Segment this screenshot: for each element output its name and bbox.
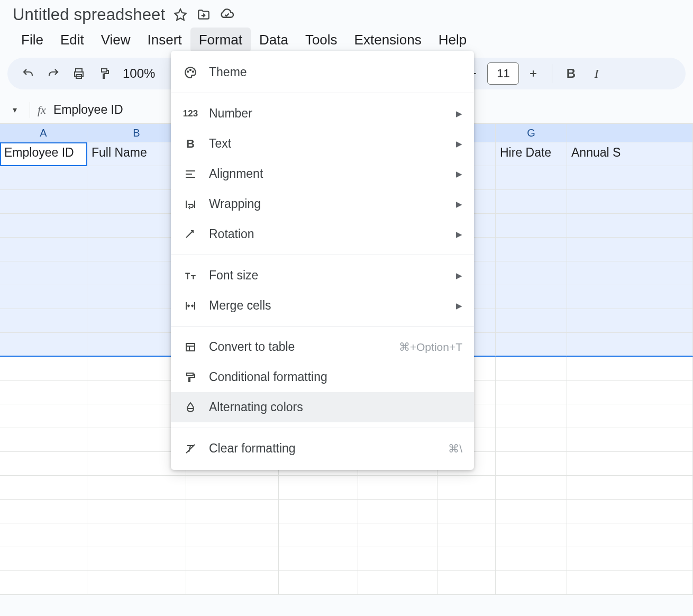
bold-button[interactable]: B [560, 62, 582, 85]
formula-input[interactable]: Employee ID [53, 103, 123, 117]
cell[interactable] [496, 571, 567, 595]
cell[interactable] [87, 547, 186, 571]
cell[interactable] [0, 500, 87, 523]
cell[interactable] [567, 428, 693, 452]
menu-tools[interactable]: Tools [297, 28, 346, 52]
cell[interactable] [567, 452, 693, 476]
cell[interactable] [496, 476, 567, 500]
menu-number[interactable]: 123 Number ▸ [171, 98, 474, 129]
cell-a1[interactable]: Employee ID [0, 142, 87, 166]
cell[interactable] [358, 476, 437, 500]
cell[interactable] [87, 476, 186, 500]
cell[interactable] [567, 404, 693, 428]
menu-clear-formatting[interactable]: Clear formatting ⌘\ [171, 433, 474, 464]
cell[interactable] [567, 166, 693, 190]
cell[interactable] [87, 523, 186, 547]
font-size-input[interactable]: 11 [487, 62, 519, 85]
cell[interactable] [567, 190, 693, 214]
cell[interactable] [437, 523, 496, 547]
menu-help[interactable]: Help [430, 28, 475, 52]
cell[interactable] [279, 523, 358, 547]
menu-merge-cells[interactable]: Merge cells ▸ [171, 291, 474, 321]
cell[interactable] [186, 476, 279, 500]
cell[interactable] [496, 190, 567, 214]
cell[interactable] [437, 571, 496, 595]
cell[interactable] [567, 285, 693, 309]
col-header-a[interactable]: A [0, 123, 87, 142]
cell[interactable] [0, 166, 87, 190]
cell[interactable] [279, 476, 358, 500]
cell[interactable] [437, 476, 496, 500]
menu-insert[interactable]: Insert [139, 28, 190, 52]
cell[interactable] [496, 309, 567, 333]
cell[interactable] [186, 571, 279, 595]
cell[interactable] [567, 261, 693, 285]
cell[interactable] [0, 571, 87, 595]
print-button[interactable] [68, 62, 90, 85]
cell[interactable] [0, 238, 87, 261]
menu-convert-to-table[interactable]: Convert to table ⌘+Option+T [171, 332, 474, 362]
cell[interactable] [0, 190, 87, 214]
cell[interactable] [567, 238, 693, 261]
cell[interactable] [0, 381, 87, 404]
star-icon[interactable] [172, 7, 188, 23]
cell[interactable] [496, 500, 567, 523]
cell[interactable] [186, 500, 279, 523]
cell[interactable] [0, 214, 87, 238]
cell[interactable] [87, 500, 186, 523]
menu-file[interactable]: File [13, 28, 52, 52]
cell[interactable] [496, 381, 567, 404]
cell[interactable] [496, 452, 567, 476]
menu-view[interactable]: View [93, 28, 139, 52]
cell[interactable] [0, 309, 87, 333]
cell[interactable] [567, 523, 693, 547]
menu-rotation[interactable]: Rotation ▸ [171, 219, 474, 249]
cell-h1[interactable]: Annual S [567, 142, 693, 166]
cell[interactable] [496, 428, 567, 452]
cell[interactable] [0, 476, 87, 500]
document-title[interactable]: Untitled spreadsheet [13, 5, 165, 24]
cell[interactable] [496, 214, 567, 238]
cell[interactable] [496, 285, 567, 309]
move-folder-icon[interactable] [196, 7, 212, 23]
menu-conditional-formatting[interactable]: Conditional formatting [171, 362, 474, 392]
cell[interactable] [496, 523, 567, 547]
menu-data[interactable]: Data [251, 28, 297, 52]
menu-wrapping[interactable]: Wrapping ▸ [171, 189, 474, 219]
cell[interactable] [496, 547, 567, 571]
cell[interactable] [186, 523, 279, 547]
cell[interactable] [567, 381, 693, 404]
cell[interactable] [437, 500, 496, 523]
cell[interactable] [0, 523, 87, 547]
cell[interactable] [279, 571, 358, 595]
menu-format[interactable]: Format [190, 28, 251, 52]
cell[interactable] [358, 547, 437, 571]
cell[interactable] [358, 500, 437, 523]
col-header-g[interactable]: G [496, 123, 567, 142]
cell[interactable] [496, 238, 567, 261]
menu-text[interactable]: B Text ▸ [171, 129, 474, 159]
undo-button[interactable] [17, 62, 39, 85]
paint-format-button[interactable] [93, 62, 115, 85]
cell[interactable] [0, 428, 87, 452]
cloud-status-icon[interactable] [219, 7, 235, 23]
redo-button[interactable] [42, 62, 65, 85]
menu-theme[interactable]: Theme [171, 57, 474, 87]
menu-extensions[interactable]: Extensions [346, 28, 430, 52]
cell[interactable] [87, 571, 186, 595]
cell[interactable] [0, 261, 87, 285]
zoom-select[interactable]: 100% [118, 66, 159, 81]
cell[interactable] [0, 547, 87, 571]
menu-edit[interactable]: Edit [52, 28, 93, 52]
font-size-increase[interactable] [522, 62, 544, 85]
menu-alternating-colors[interactable]: Alternating colors [171, 392, 474, 422]
cell[interactable] [567, 500, 693, 523]
italic-button[interactable]: I [585, 62, 607, 85]
cell[interactable] [358, 571, 437, 595]
cell[interactable] [358, 523, 437, 547]
col-header-h[interactable] [567, 123, 693, 142]
cell[interactable] [496, 261, 567, 285]
cell[interactable] [567, 547, 693, 571]
cell[interactable] [496, 404, 567, 428]
cell[interactable] [567, 571, 693, 595]
